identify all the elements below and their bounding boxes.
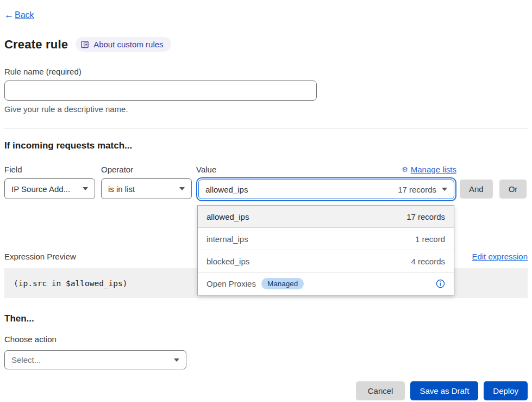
manage-lists-link[interactable]: ⚙ Manage lists bbox=[402, 165, 456, 174]
then-section-heading: Then... bbox=[4, 313, 528, 324]
deploy-button[interactable]: Deploy bbox=[484, 381, 528, 400]
gear-icon: ⚙ bbox=[402, 165, 408, 174]
value-select-focus-ring: allowed_ips 17 records bbox=[196, 177, 456, 201]
chevron-down-icon bbox=[442, 188, 447, 191]
expression-preview-label: Expression Preview bbox=[4, 252, 76, 261]
cancel-button[interactable]: Cancel bbox=[356, 381, 405, 400]
operator-column: Operator is in list bbox=[101, 164, 192, 199]
field-column: Field IP Source Add... bbox=[4, 164, 95, 199]
rule-name-input[interactable] bbox=[4, 81, 317, 101]
dropdown-item-internal-ips[interactable]: internal_ips 1 record bbox=[198, 228, 454, 250]
field-select[interactable]: IP Source Add... bbox=[4, 178, 95, 199]
list-record-count: 1 record bbox=[415, 234, 445, 244]
info-icon[interactable] bbox=[436, 279, 445, 288]
match-section-heading: If incoming requests match... bbox=[4, 140, 528, 151]
back-row: ← Back bbox=[4, 0, 528, 21]
back-arrow-icon: ← bbox=[4, 10, 14, 21]
list-record-count: 4 records bbox=[411, 257, 445, 266]
chevron-down-icon bbox=[174, 358, 179, 362]
list-name: allowed_ips bbox=[206, 212, 249, 221]
expression-code: (ip.src in $allowed_ips) bbox=[14, 279, 128, 288]
edit-expression-link[interactable]: Edit expression bbox=[472, 252, 528, 261]
and-button[interactable]: And bbox=[460, 180, 493, 199]
chevron-down-icon bbox=[83, 187, 88, 190]
footer-actions: Cancel Save as Draft Deploy bbox=[4, 381, 528, 400]
chevron-down-icon bbox=[179, 187, 185, 190]
list-name: internal_ips bbox=[206, 234, 248, 244]
create-rule-page: ← Back Create rule About custom rules Ru… bbox=[0, 0, 532, 400]
field-label: Field bbox=[4, 165, 22, 174]
condition-row: Field IP Source Add... Operator is in li… bbox=[4, 164, 528, 201]
back-link[interactable]: ← Back bbox=[4, 10, 34, 21]
or-button[interactable]: Or bbox=[499, 180, 527, 199]
condition-connector-buttons: And Or bbox=[460, 164, 527, 199]
list-name: Open Proxies bbox=[206, 279, 256, 288]
managed-badge: Managed bbox=[261, 278, 304, 289]
page-title: Create rule bbox=[4, 38, 68, 52]
title-row: Create rule About custom rules bbox=[4, 37, 528, 52]
about-custom-rules-label: About custom rules bbox=[93, 40, 163, 49]
about-custom-rules-link[interactable]: About custom rules bbox=[76, 37, 171, 52]
dropdown-item-open-proxies[interactable]: Open Proxies Managed bbox=[198, 273, 454, 295]
operator-select[interactable]: is in list bbox=[101, 178, 192, 199]
value-select-name: allowed_ips bbox=[205, 185, 248, 194]
dropdown-item-blocked-ips[interactable]: blocked_ips 4 records bbox=[198, 250, 454, 273]
save-as-draft-button[interactable]: Save as Draft bbox=[410, 381, 478, 400]
value-label: Value bbox=[196, 165, 216, 174]
choose-action-label: Choose action bbox=[4, 335, 528, 344]
value-select[interactable]: allowed_ips 17 records bbox=[198, 180, 454, 199]
back-link-label: Back bbox=[15, 10, 34, 20]
section-divider bbox=[4, 128, 528, 128]
book-icon bbox=[81, 41, 89, 48]
value-select-meta: 17 records bbox=[398, 185, 436, 194]
action-select[interactable]: Select... bbox=[4, 350, 186, 369]
field-select-value: IP Source Add... bbox=[11, 184, 70, 194]
list-name: blocked_ips bbox=[206, 257, 249, 266]
operator-label: Operator bbox=[101, 165, 133, 174]
rule-name-label: Rule name (required) bbox=[4, 67, 528, 76]
action-select-placeholder: Select... bbox=[11, 355, 41, 364]
rule-name-block: Rule name (required) Give your rule a de… bbox=[4, 67, 528, 114]
list-record-count: 17 records bbox=[406, 212, 445, 221]
dropdown-item-allowed-ips[interactable]: allowed_ips 17 records bbox=[198, 206, 454, 228]
rule-name-helper-text: Give your rule a descriptive name. bbox=[4, 104, 528, 114]
value-column: Value ⚙ Manage lists allowed_ips 17 reco… bbox=[196, 164, 456, 201]
value-dropdown-panel: allowed_ips 17 records internal_ips 1 re… bbox=[197, 205, 454, 295]
manage-lists-label: Manage lists bbox=[411, 165, 456, 174]
operator-select-value: is in list bbox=[108, 184, 135, 194]
